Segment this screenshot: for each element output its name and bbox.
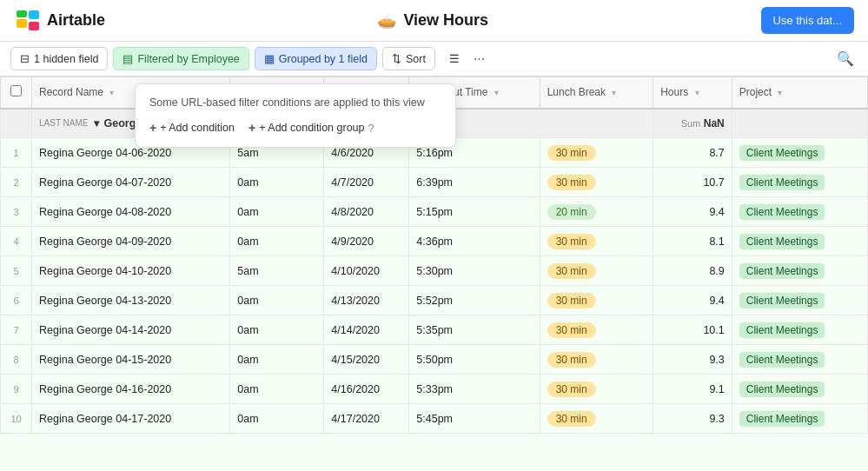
cell-record: Regina George 04-14-2020 — [32, 315, 230, 345]
cell-end: 0am — [230, 286, 324, 315]
cell-record: Regina George 04-09-2020 — [32, 227, 230, 256]
app-header: Airtable 🥧 View Hours Use this dat... — [0, 0, 868, 42]
cell-hours: 8.9 — [653, 256, 732, 286]
use-data-button[interactable]: Use this dat... — [761, 7, 854, 34]
cell-project: Client Meetings — [732, 197, 867, 227]
filter-dropdown: Some URL-based filter conditions are app… — [135, 83, 456, 148]
lunch-badge: 20 min — [547, 204, 596, 220]
add-condition-group-label: + Add condition group — [259, 122, 364, 134]
row-checkbox-cell: 2 — [1, 168, 32, 197]
airtable-logo-icon — [14, 7, 42, 35]
search-icon[interactable]: 🔍 — [833, 47, 858, 70]
cell-hours: 10.7 — [653, 168, 732, 197]
cell-date: 4/9/2020 — [324, 227, 409, 256]
toolbar: ⊟ 1 hidden field ▤ Filtered by Employee … — [0, 42, 868, 76]
cell-date: 4/16/2020 — [324, 375, 409, 404]
table-row: 3 Regina George 04-08-2020 0am 4/8/2020 … — [1, 197, 868, 227]
col-hours-label: Hours — [660, 86, 688, 98]
col-lunch: Lunch Break ▾ — [540, 77, 653, 109]
lunch-badge: 30 min — [547, 175, 596, 190]
table-row: 10 Regina George 04-17-2020 0am 4/17/202… — [1, 404, 868, 434]
hidden-field-button[interactable]: ⊟ 1 hidden field — [10, 47, 108, 70]
cell-end: 5am — [230, 256, 324, 286]
cell-hours: 8.1 — [653, 227, 732, 256]
row-number: 10 — [10, 414, 21, 424]
cell-hours: 10.1 — [653, 315, 732, 345]
add-condition-link[interactable]: + + Add condition — [149, 121, 235, 135]
cell-hours: 8.7 — [653, 138, 732, 168]
row-checkbox-cell: 8 — [1, 345, 32, 375]
cell-record: Regina George 04-07-2020 — [32, 168, 230, 197]
checkbox-header — [1, 77, 32, 109]
add-condition-group-link[interactable]: + + Add condition group ? — [248, 121, 374, 135]
project-badge: Client Meetings — [739, 234, 825, 249]
group-chevron[interactable]: ▾ — [94, 117, 99, 129]
cell-clockout: 5:52pm — [409, 286, 540, 315]
lunch-badge: 30 min — [547, 293, 596, 308]
filter-button[interactable]: ▤ Filtered by Employee — [113, 47, 248, 70]
group-label: Grouped by 1 field — [279, 53, 368, 65]
grid-icon: ☰ — [449, 52, 460, 65]
sort-label: Sort — [406, 53, 426, 65]
cell-project: Client Meetings — [732, 315, 867, 345]
group-icon: ▦ — [264, 52, 275, 65]
group-checkbox-cell — [1, 109, 32, 138]
logo-text: Airtable — [47, 11, 105, 30]
lunch-badge: 30 min — [547, 381, 596, 397]
cell-end: 0am — [230, 168, 324, 197]
group-button[interactable]: ▦ Grouped by 1 field — [255, 47, 377, 70]
row-number: 4 — [13, 236, 18, 247]
hidden-field-icon: ⊟ — [20, 52, 30, 65]
cell-lunch: 30 min — [540, 315, 653, 345]
row-number: 7 — [13, 325, 18, 335]
select-all-checkbox[interactable] — [10, 85, 22, 96]
page-title: 🥧 View Hours — [377, 11, 488, 30]
sort-button[interactable]: ⇅ Sort — [382, 47, 435, 70]
row-number: 6 — [13, 295, 18, 306]
cell-end: 0am — [230, 315, 324, 345]
more-options-icon[interactable]: ··· — [474, 51, 485, 67]
cell-record: Regina George 04-17-2020 — [32, 404, 230, 434]
table-row: 6 Regina George 04-13-2020 0am 4/13/2020… — [1, 286, 868, 315]
cell-record: Regina George 04-15-2020 — [32, 345, 230, 375]
grid-view-button[interactable]: ☰ — [441, 48, 468, 70]
sort-icon: ⇅ — [392, 52, 401, 65]
cell-hours: 9.4 — [653, 197, 732, 227]
help-icon[interactable]: ? — [368, 122, 374, 135]
add-condition-plus: + — [149, 121, 156, 135]
row-checkbox-cell: 4 — [1, 227, 32, 256]
project-badge: Client Meetings — [739, 322, 825, 338]
row-checkbox-cell: 6 — [1, 286, 32, 315]
cell-lunch: 30 min — [540, 168, 653, 197]
logo: Airtable — [14, 7, 105, 35]
cell-date: 4/14/2020 — [324, 315, 409, 345]
cell-date: 4/7/2020 — [324, 168, 409, 197]
row-number: 8 — [13, 355, 18, 365]
row-checkbox-cell: 7 — [1, 315, 32, 345]
add-condition-label: + Add condition — [160, 122, 235, 134]
title-icon: 🥧 — [377, 11, 396, 30]
table-row: 4 Regina George 04-09-2020 0am 4/9/2020 … — [1, 227, 868, 256]
cell-hours: 9.4 — [653, 286, 732, 315]
cell-lunch: 30 min — [540, 286, 653, 315]
cell-record: Regina George 04-13-2020 — [32, 286, 230, 315]
cell-lunch: 20 min — [540, 197, 653, 227]
table-row: 9 Regina George 04-16-2020 0am 4/16/2020… — [1, 375, 868, 404]
project-badge: Client Meetings — [739, 293, 825, 308]
project-badge: Client Meetings — [739, 411, 825, 427]
cell-clockout: 5:33pm — [409, 375, 540, 404]
row-checkbox-cell: 3 — [1, 197, 32, 227]
cell-lunch: 30 min — [540, 256, 653, 286]
cell-clockout: 5:35pm — [409, 315, 540, 345]
project-badge: Client Meetings — [739, 175, 825, 190]
col-record-sort: ▾ — [109, 88, 114, 97]
row-number: 2 — [13, 177, 18, 188]
col-lunch-sort: ▾ — [612, 88, 616, 97]
cell-end: 0am — [230, 197, 324, 227]
sum-label: Sum — [681, 118, 701, 129]
group-sum-cell: Sum NaN — [653, 109, 732, 138]
cell-end: 0am — [230, 227, 324, 256]
row-number: 9 — [13, 384, 18, 395]
lunch-badge: 30 min — [547, 411, 596, 427]
lunch-badge: 30 min — [547, 352, 596, 368]
